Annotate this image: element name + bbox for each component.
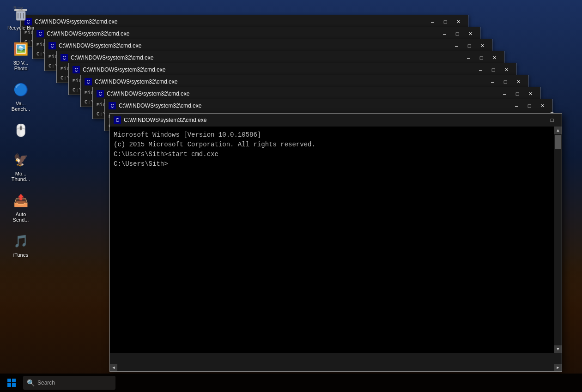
vantage-icon[interactable]: 🔵 Va...Bench... bbox=[5, 80, 37, 112]
maximize-btn-8[interactable]: □ bbox=[523, 102, 535, 110]
recycle-bin-icon[interactable]: Recy Recycle Bin bbox=[5, 5, 37, 30]
cmd-titlebar-1[interactable]: C C:\WINDOWS\system32\cmd.exe – □ ✕ bbox=[21, 15, 468, 28]
cmd-titlebar-3[interactable]: C C:\WINDOWS\system32\cmd.exe – □ ✕ bbox=[45, 39, 492, 52]
3d-viewer-icon[interactable]: 🖼️ 3D V...Photo bbox=[5, 40, 37, 71]
vantage-label: Va...Bench... bbox=[12, 101, 30, 112]
thunderbird-icon[interactable]: 🦅 Mo...Thund... bbox=[5, 151, 37, 182]
maximize-btn-1[interactable]: □ bbox=[439, 18, 451, 26]
cmd-titlebar-7[interactable]: C C:\WINDOWS\system32\cmd.exe – □ ✕ bbox=[93, 87, 540, 100]
win-controls-5: – □ ✕ bbox=[474, 66, 512, 74]
win-controls-7: – □ ✕ bbox=[498, 90, 536, 98]
close-btn-1[interactable]: ✕ bbox=[452, 18, 464, 26]
svg-rect-9 bbox=[7, 383, 11, 387]
maximize-btn-4[interactable]: □ bbox=[475, 54, 487, 62]
maximize-btn-6[interactable]: □ bbox=[499, 78, 511, 86]
cmd-icon-2: C bbox=[36, 30, 44, 37]
maximize-btn-2[interactable]: □ bbox=[451, 30, 463, 38]
cmd-main-titlebar[interactable]: C C:\WINDOWS\system32\cmd.exe – □ ✕ bbox=[110, 114, 562, 127]
cmd-line-2: (c) 2015 Microsoft Corporation. All righ… bbox=[114, 140, 551, 150]
thunderbird-label: Mo...Thund... bbox=[12, 171, 30, 182]
cmd-title-4: C:\WINDOWS\system32\cmd.exe bbox=[71, 54, 460, 61]
maximize-btn-5[interactable]: □ bbox=[487, 66, 499, 74]
cmd-line-6: C:\Users\Sith> bbox=[114, 159, 551, 169]
taskbar[interactable]: 🔍 Search bbox=[0, 374, 582, 392]
search-bar[interactable]: 🔍 Search bbox=[23, 376, 115, 390]
close-btn-6[interactable]: ✕ bbox=[512, 78, 524, 86]
main-maximize-btn[interactable]: □ bbox=[546, 116, 558, 124]
cmd-bottom-area: ◄ ► bbox=[110, 353, 562, 371]
win-controls-6: – □ ✕ bbox=[486, 78, 524, 86]
cmd-title-2: C:\WINDOWS\system32\cmd.exe bbox=[47, 30, 436, 37]
svg-rect-7 bbox=[7, 379, 11, 382]
cmd-title-7: C:\WINDOWS\system32\cmd.exe bbox=[107, 90, 496, 97]
scroll-left-arrow[interactable]: ◄ bbox=[110, 364, 117, 371]
search-placeholder: Search bbox=[37, 380, 55, 386]
close-btn-4[interactable]: ✕ bbox=[488, 54, 500, 62]
3d-viewer-label: 3D V...Photo bbox=[13, 60, 29, 71]
cmd-title-3: C:\WINDOWS\system32\cmd.exe bbox=[59, 42, 448, 49]
close-btn-2[interactable]: ✕ bbox=[464, 30, 476, 38]
cmd-titlebar-6[interactable]: C C:\WINDOWS\system32\cmd.exe – □ ✕ bbox=[81, 75, 528, 88]
cmd-icon-6: C bbox=[85, 78, 92, 85]
win-controls-4: – □ ✕ bbox=[462, 54, 500, 62]
search-icon: 🔍 bbox=[27, 379, 35, 386]
minimize-btn-2[interactable]: – bbox=[438, 30, 450, 38]
win-controls-8: – □ ✕ bbox=[510, 102, 548, 110]
cmd-title-5: C:\WINDOWS\system32\cmd.exe bbox=[83, 66, 472, 73]
bottom-scroll-track bbox=[117, 364, 554, 371]
scroll-down-arrow[interactable]: ▼ bbox=[554, 345, 562, 353]
minimize-btn-3[interactable]: – bbox=[450, 42, 462, 50]
cmd-line-4: C:\Users\Sith>start cmd.exe bbox=[114, 150, 551, 159]
minimize-btn-6[interactable]: – bbox=[486, 78, 498, 86]
right-scrollbar[interactable]: ▲ ▼ bbox=[554, 127, 562, 353]
desktop-icon-area: Recy Recycle Bin 🖼️ 3D V...Photo 🔵 Va...… bbox=[5, 5, 37, 258]
cmd-titlebar-2[interactable]: C C:\WINDOWS\system32\cmd.exe – □ ✕ bbox=[33, 27, 480, 40]
minimize-btn-4[interactable]: – bbox=[462, 54, 474, 62]
cmd-title-8: C:\WINDOWS\system32\cmd.exe bbox=[119, 103, 508, 109]
itunes-icon[interactable]: 🎵 iTunes bbox=[5, 232, 37, 258]
minimize-btn-1[interactable]: – bbox=[426, 18, 438, 26]
cmd-icon-3: C bbox=[48, 42, 56, 49]
auto-send-icon[interactable]: 📤 AutoSend... bbox=[5, 191, 37, 223]
desktop: Recy Recycle Bin 🖼️ 3D V...Photo 🔵 Va...… bbox=[0, 0, 582, 392]
cmd-main-window[interactable]: C C:\WINDOWS\system32\cmd.exe – □ ✕ Micr… bbox=[109, 113, 562, 372]
maximize-btn-3[interactable]: □ bbox=[463, 42, 475, 50]
win-controls-2: – □ ✕ bbox=[438, 30, 476, 38]
svg-rect-10 bbox=[12, 383, 16, 387]
start-button[interactable] bbox=[0, 374, 23, 392]
win-controls-3: – □ ✕ bbox=[450, 42, 488, 50]
cmd-titlebar-4[interactable]: C C:\WINDOWS\system32\cmd.exe – □ ✕ bbox=[57, 51, 504, 64]
cmd-icon-7: C bbox=[97, 90, 104, 97]
minimize-btn-7[interactable]: – bbox=[498, 90, 510, 98]
cmd-main-icon: C bbox=[114, 116, 121, 124]
cmd-title-1: C:\WINDOWS\system32\cmd.exe bbox=[35, 18, 424, 25]
close-btn-3[interactable]: ✕ bbox=[476, 42, 488, 50]
cmd-icon-5: C bbox=[73, 66, 80, 73]
scroll-up-arrow[interactable]: ▲ bbox=[554, 127, 562, 134]
minimize-btn-8[interactable]: – bbox=[510, 102, 522, 110]
cmd-icon-8: C bbox=[109, 102, 116, 109]
maximize-btn-7[interactable]: □ bbox=[511, 90, 523, 98]
itunes-label: iTunes bbox=[13, 252, 29, 258]
cmd-icon-4: C bbox=[61, 54, 68, 61]
cmd-main-title: C:\WINDOWS\system32\cmd.exe bbox=[124, 117, 543, 123]
cmd-line-1: Microsoft Windows [Version 10.0.10586] bbox=[114, 130, 551, 140]
bottom-scrollbar[interactable]: ◄ ► bbox=[110, 364, 562, 371]
svg-text:Recy: Recy bbox=[13, 6, 23, 10]
mouse-icon[interactable]: 🖱️ bbox=[5, 121, 37, 141]
cmd-main-content[interactable]: Microsoft Windows [Version 10.0.10586] (… bbox=[110, 127, 554, 353]
close-btn-7[interactable]: ✕ bbox=[524, 90, 536, 98]
recycle-bin-label: Recycle Bin bbox=[7, 25, 34, 30]
win-controls-1: – □ ✕ bbox=[426, 18, 464, 26]
main-minimize-btn[interactable]: – bbox=[546, 108, 558, 116]
scroll-right-arrow[interactable]: ► bbox=[554, 364, 562, 371]
scroll-track bbox=[554, 134, 562, 345]
close-btn-5[interactable]: ✕ bbox=[500, 66, 512, 74]
cmd-titlebar-5[interactable]: C C:\WINDOWS\system32\cmd.exe – □ ✕ bbox=[69, 63, 516, 76]
auto-send-label: AutoSend... bbox=[13, 211, 29, 223]
cmd-titlebar-8[interactable]: C C:\WINDOWS\system32\cmd.exe – □ ✕ bbox=[105, 99, 552, 112]
scroll-thumb[interactable] bbox=[555, 135, 561, 149]
minimize-btn-5[interactable]: – bbox=[474, 66, 486, 74]
cmd-title-6: C:\WINDOWS\system32\cmd.exe bbox=[95, 78, 484, 85]
svg-rect-8 bbox=[12, 379, 16, 382]
